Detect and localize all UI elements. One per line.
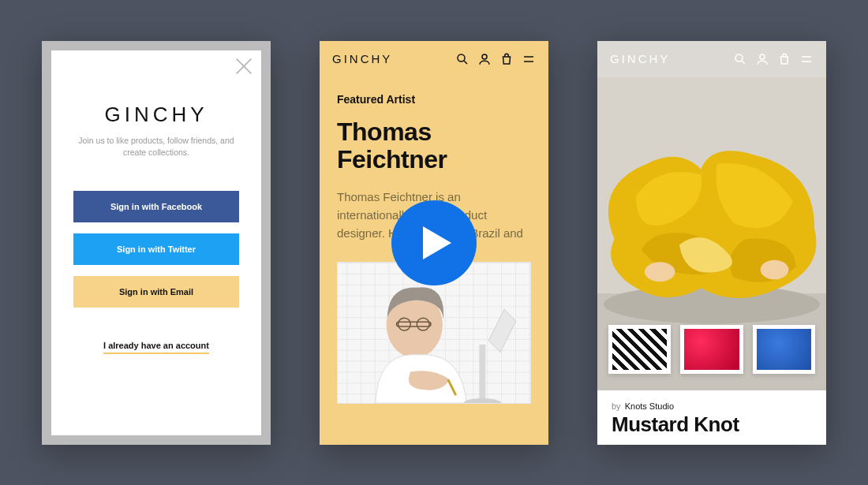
top-nav: GINCHY <box>597 41 826 77</box>
artist-name: Thomas Feichtner <box>337 118 531 173</box>
brand-logo: GINCHY <box>332 52 392 65</box>
product-screen: GINCHY <box>597 41 826 445</box>
svg-point-2 <box>458 54 465 62</box>
signin-screen: GINCHY Join us to like products, follow … <box>42 41 271 445</box>
product-info: by Knots Studio Mustard Knot <box>597 390 826 445</box>
menu-icon[interactable] <box>799 52 814 66</box>
svg-marker-29 <box>423 226 451 259</box>
product-thumbnails <box>597 325 826 374</box>
svg-point-27 <box>645 262 675 282</box>
thumbnail-3[interactable] <box>753 325 815 374</box>
svg-line-3 <box>464 61 467 64</box>
user-icon[interactable] <box>477 52 492 66</box>
signin-facebook-button[interactable]: Sign in with Facebook <box>73 191 239 222</box>
svg-line-20 <box>742 61 745 64</box>
by-label: by <box>612 401 621 411</box>
brand-logo: GINCHY <box>104 103 208 127</box>
signin-twitter-button[interactable]: Sign in with Twitter <box>73 233 239 265</box>
svg-point-19 <box>735 54 743 62</box>
search-icon[interactable] <box>733 52 747 66</box>
bag-icon[interactable] <box>499 52 514 66</box>
signin-email-button[interactable]: Sign in with Email <box>73 276 239 308</box>
close-icon[interactable] <box>233 55 255 77</box>
bag-icon[interactable] <box>777 52 791 66</box>
user-icon[interactable] <box>755 52 769 66</box>
menu-icon[interactable] <box>522 52 536 66</box>
svg-point-21 <box>760 54 765 59</box>
product-title: Mustard Knot <box>612 412 812 437</box>
svg-rect-16 <box>479 344 485 402</box>
play-icon <box>423 226 451 259</box>
product-byline: by Knots Studio <box>612 401 812 411</box>
product-author: Knots Studio <box>625 401 674 411</box>
play-button[interactable] <box>391 200 477 285</box>
top-nav: GINCHY <box>320 41 548 77</box>
featured-label: Featured Artist <box>337 93 531 106</box>
already-have-account-link[interactable]: I already have an account <box>103 341 209 354</box>
signin-subtitle: Join us to like products, follow friends… <box>73 135 239 160</box>
svg-point-28 <box>761 259 789 279</box>
search-icon[interactable] <box>455 52 470 66</box>
svg-point-4 <box>482 54 487 59</box>
thumbnail-2[interactable] <box>680 325 743 374</box>
thumbnail-1[interactable] <box>608 325 671 374</box>
brand-logo: GINCHY <box>610 52 670 65</box>
